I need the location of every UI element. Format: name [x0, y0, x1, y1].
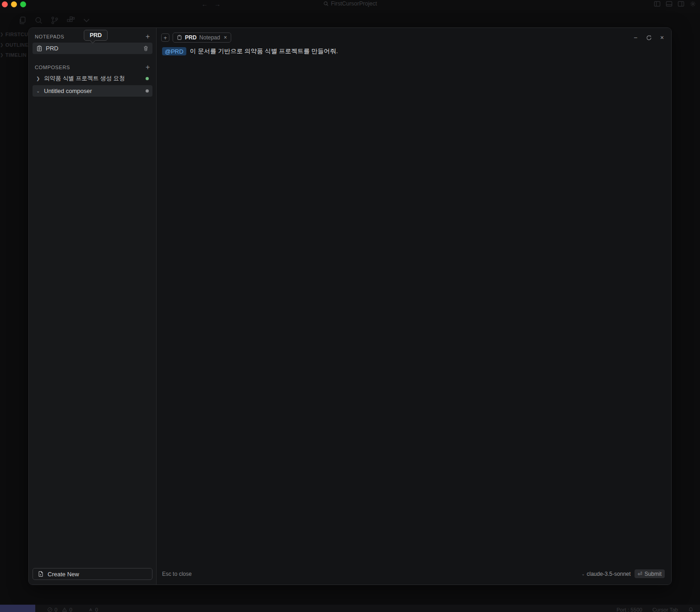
- notepad-tab-bar: + PRD Notepad × − ×: [157, 28, 671, 44]
- explorer-section-label: OUTLINE: [5, 42, 28, 48]
- chevron-right-icon: ❯: [0, 32, 4, 37]
- trash-icon[interactable]: [143, 45, 149, 51]
- window-title[interactable]: FirstCursorProject: [331, 0, 377, 7]
- toggle-panel-icon[interactable]: [666, 0, 673, 7]
- problems-status[interactable]: 0 0: [47, 607, 72, 612]
- composer-status-dot-gray: [146, 89, 149, 93]
- cursor-tab-label: Cursor Tab: [652, 607, 678, 612]
- composers-section-header: COMPOSERS: [35, 65, 70, 70]
- extensions-icon[interactable]: [66, 16, 76, 25]
- window-title-bar: FirstCursorProject: [0, 0, 700, 8]
- panel-minimize-icon[interactable]: −: [632, 34, 639, 41]
- explorer-section-project[interactable]: ❯FIRSTCU: [0, 29, 28, 40]
- add-notepad-button[interactable]: +: [146, 33, 150, 40]
- composer-item-label: Untitled composer: [44, 87, 142, 94]
- submit-button[interactable]: ⏎ Submit: [635, 569, 665, 578]
- search-panel-icon[interactable]: [34, 16, 43, 25]
- notepad-content-area[interactable]: @PRD 이 문서를 기반으로 의약품 식별 프로젝트를 만들어줘.: [157, 44, 671, 569]
- circle-slash-icon: [609, 607, 614, 612]
- warning-count: 0: [69, 607, 72, 612]
- chevron-right-icon: ❯: [0, 53, 4, 57]
- prd-tooltip: PRD: [84, 30, 108, 41]
- submit-label: Submit: [645, 571, 662, 577]
- composer-item-selected[interactable]: ⌄ Untitled composer: [33, 85, 152, 97]
- tab-prd-notepad[interactable]: PRD Notepad ×: [173, 33, 231, 43]
- mention-chip-prd[interactable]: @PRD: [162, 47, 186, 55]
- explorer-section-label: TIMELIN: [5, 52, 27, 58]
- panel-close-icon[interactable]: ×: [658, 34, 666, 41]
- chevron-right-icon: ❯: [0, 43, 4, 47]
- notepads-section-header: NOTEPADS: [35, 34, 65, 39]
- settings-gear-icon[interactable]: [689, 0, 696, 7]
- toggle-primary-sidebar-icon[interactable]: [654, 0, 661, 7]
- explorer-files-icon[interactable]: [18, 16, 27, 25]
- create-new-button[interactable]: Create New: [33, 568, 152, 580]
- explorer-sections-ghost: ❯FIRSTCU ❯OUTLINE ❯TIMELIN: [0, 29, 28, 60]
- toggle-secondary-sidebar-icon[interactable]: [678, 0, 684, 7]
- composer-item-label: 의약품 식별 프로젝트 생성 요청: [44, 75, 142, 82]
- warning-icon: [62, 607, 67, 612]
- panel-reload-icon[interactable]: [645, 34, 652, 41]
- remote-indicator[interactable]: [0, 605, 35, 612]
- esc-hint: Esc to close: [162, 571, 192, 577]
- sidebar-toolbar: [17, 15, 92, 25]
- notepad-text: 이 문서를 기반으로 의약품 식별 프로젝트를 만들어줘.: [190, 47, 338, 55]
- port-label: Port : 5500: [617, 607, 642, 612]
- chevron-down-icon: ⌄: [581, 572, 585, 576]
- notepad-icon: [177, 35, 182, 40]
- chevron-right-icon[interactable]: ❯: [36, 76, 41, 81]
- create-new-label: Create New: [48, 571, 79, 578]
- notepads-overlay-panel: NOTEPADS + PRD COMPOSERS + ❯ 의약품 식별 프로젝트…: [28, 27, 672, 585]
- model-name: claude-3.5-sonnet: [587, 571, 631, 577]
- broadcast-icon: [88, 607, 93, 612]
- add-composer-button[interactable]: +: [146, 64, 150, 71]
- notepad-item-label: PRD: [46, 45, 140, 52]
- composer-status-dot-green: [146, 77, 149, 80]
- explorer-section-outline[interactable]: ❯OUTLINE: [0, 40, 28, 50]
- notepad-editor-main: + PRD Notepad × − × @PRD 이 문서를 기반으로 의약품 …: [157, 28, 671, 585]
- search-icon: [323, 1, 329, 6]
- tab-close-icon[interactable]: ×: [224, 34, 227, 41]
- tab-subtitle: Notepad: [199, 34, 220, 41]
- notepad-footer: Esc to close ⌄ claude-3.5-sonnet ⏎ Submi…: [157, 569, 671, 585]
- notepads-sidebar: NOTEPADS + PRD COMPOSERS + ❯ 의약품 식별 프로젝트…: [29, 28, 157, 585]
- new-tab-button[interactable]: +: [161, 33, 169, 42]
- status-bar: 0 0 0 Port : 5500 Cursor Tab: [0, 605, 700, 612]
- new-file-icon: [38, 571, 44, 577]
- notepad-item-prd[interactable]: PRD: [33, 43, 152, 54]
- explorer-section-timeline[interactable]: ❯TIMELIN: [0, 50, 28, 60]
- cursor-tab-status[interactable]: Cursor Tab: [652, 607, 678, 612]
- chevron-down-icon[interactable]: ⌄: [36, 88, 41, 93]
- tooltip-label: PRD: [90, 32, 102, 38]
- return-key-icon: ⏎: [638, 571, 642, 577]
- port-status[interactable]: Port : 5500: [609, 607, 642, 612]
- error-count: 0: [54, 607, 57, 612]
- explorer-section-label: FIRSTCU: [5, 32, 28, 37]
- titlebar: ← → FirstCursorProject: [0, 0, 700, 13]
- notifications-bell-icon[interactable]: [688, 607, 694, 612]
- port-forward-status[interactable]: 0: [88, 607, 98, 612]
- error-icon: [47, 607, 53, 612]
- composer-item[interactable]: ❯ 의약품 식별 프로젝트 생성 요청: [33, 73, 152, 83]
- chevron-down-icon[interactable]: [82, 16, 91, 24]
- source-control-icon[interactable]: [50, 16, 60, 25]
- tab-title: PRD: [185, 34, 196, 41]
- model-selector[interactable]: ⌄ claude-3.5-sonnet: [581, 571, 631, 577]
- notepad-icon: [36, 45, 43, 52]
- extra-count: 0: [95, 607, 98, 612]
